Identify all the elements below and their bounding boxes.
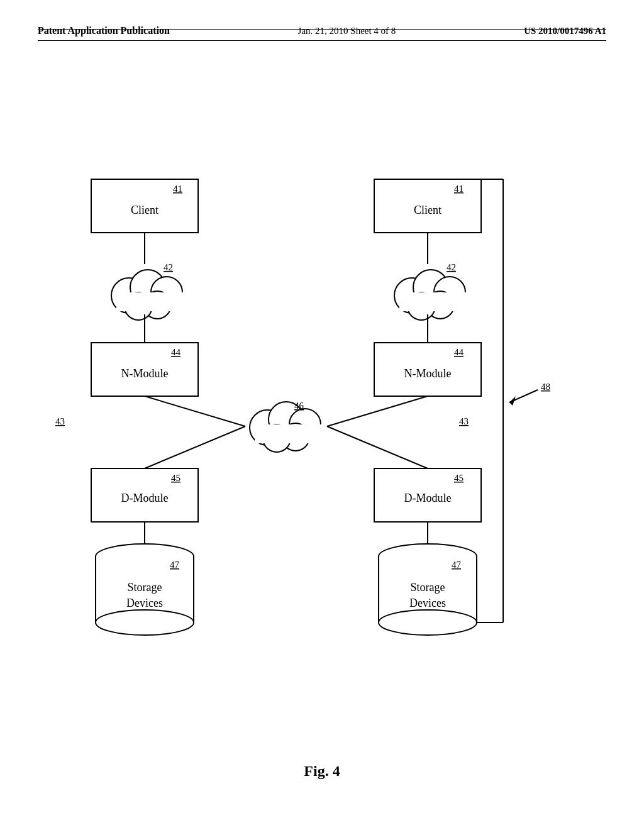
svg-text:43: 43 — [55, 416, 65, 426]
svg-text:42: 42 — [447, 262, 456, 272]
svg-text:Storage: Storage — [411, 581, 445, 594]
svg-text:N-Module: N-Module — [404, 367, 452, 380]
svg-line-63 — [145, 396, 245, 426]
diagram-svg: 41 Client 42 44 N-Module 43 45 D-Module … — [0, 82, 644, 773]
svg-text:41: 41 — [173, 184, 182, 194]
svg-text:44: 44 — [454, 347, 464, 357]
svg-text:41: 41 — [454, 184, 464, 194]
svg-rect-37 — [399, 292, 469, 311]
svg-rect-9 — [116, 292, 186, 311]
svg-rect-61 — [255, 424, 324, 443]
svg-text:Client: Client — [414, 204, 441, 216]
svg-line-66 — [145, 426, 245, 468]
svg-text:Storage: Storage — [128, 581, 162, 594]
svg-line-65 — [327, 396, 428, 426]
svg-point-24 — [96, 610, 194, 635]
svg-point-52 — [379, 610, 477, 635]
svg-text:45: 45 — [171, 473, 180, 483]
svg-text:45: 45 — [454, 473, 464, 483]
svg-text:47: 47 — [452, 560, 462, 570]
svg-text:Devices: Devices — [409, 597, 446, 609]
header — [38, 25, 606, 30]
svg-text:Devices: Devices — [126, 597, 163, 609]
svg-text:48: 48 — [541, 382, 550, 392]
svg-text:D-Module: D-Module — [121, 492, 169, 504]
svg-text:D-Module: D-Module — [404, 492, 452, 504]
svg-text:N-Module: N-Module — [121, 367, 169, 380]
svg-marker-71 — [509, 396, 516, 406]
svg-text:42: 42 — [164, 262, 173, 272]
svg-text:Client: Client — [131, 204, 158, 216]
svg-line-64 — [327, 426, 428, 468]
svg-text:46: 46 — [294, 401, 304, 411]
svg-text:44: 44 — [171, 347, 181, 357]
svg-text:43: 43 — [459, 416, 469, 426]
figure-label: Fig. 4 — [0, 763, 644, 780]
svg-text:47: 47 — [170, 560, 180, 570]
